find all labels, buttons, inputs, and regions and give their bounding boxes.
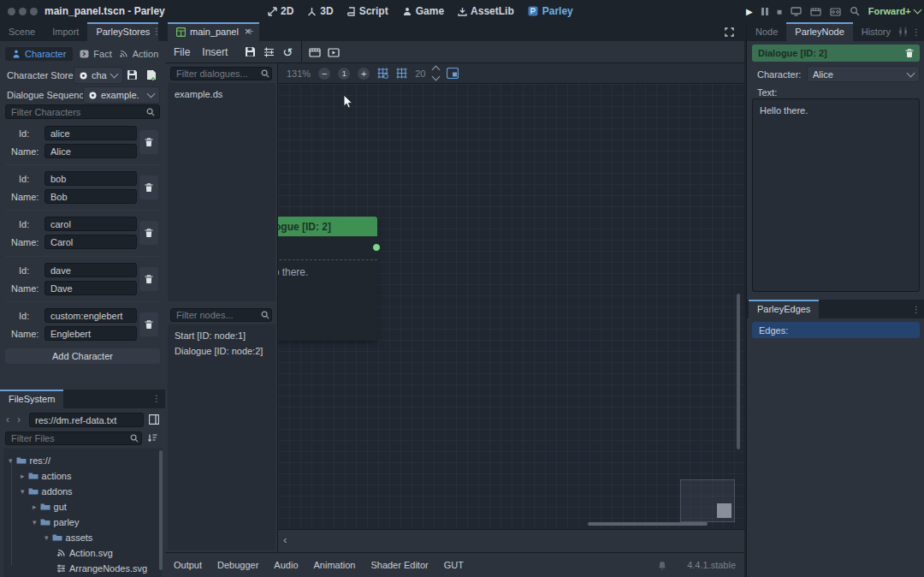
character-name-input[interactable] — [44, 144, 137, 158]
menu-assetlib[interactable]: AssetLib — [458, 5, 514, 17]
zoom-in-button[interactable]: + — [358, 68, 370, 80]
filter-nodes-input[interactable] — [170, 308, 272, 322]
tree-collapsed-icon[interactable]: ▸ — [21, 472, 25, 480]
character-id-input[interactable] — [44, 217, 137, 231]
list-item-dialogue[interactable]: example.ds — [168, 83, 275, 99]
dock-menu-icon[interactable]: ⋮ — [912, 305, 921, 314]
tree-expanded-icon[interactable]: ▾ — [21, 487, 25, 496]
test-dialogue-icon[interactable] — [309, 47, 321, 57]
delete-character-button[interactable] — [139, 175, 158, 199]
delete-node-trash-icon[interactable] — [905, 49, 914, 58]
filter-dialogues-input[interactable] — [170, 67, 272, 80]
tree-item-res[interactable]: ▾ res:// — [9, 453, 50, 467]
menu-script[interactable]: Script — [347, 5, 388, 17]
bottom-tab-gut[interactable]: GUT — [444, 560, 464, 570]
store-tab-character[interactable]: Character — [5, 47, 73, 61]
history-back-button[interactable]: ‹ — [6, 413, 9, 425]
menu-parley[interactable]: Parley — [528, 5, 573, 17]
snap-distance-value[interactable]: 20 — [415, 68, 425, 79]
inspector-back-icon[interactable]: ‹ — [899, 27, 902, 37]
current-path-field[interactable] — [29, 413, 144, 427]
movie-writer-icon[interactable] — [830, 7, 841, 16]
graph-hscrollbar[interactable] — [588, 522, 708, 526]
graph-vscrollbar[interactable] — [737, 294, 740, 449]
split-mode-icon[interactable] — [149, 414, 159, 425]
tree-item-actions[interactable]: ▸ actions — [21, 468, 71, 483]
pause-button[interactable] — [761, 8, 768, 15]
grid-toggle-icon[interactable] — [377, 68, 388, 79]
dock-menu-icon[interactable]: ⋮ — [152, 394, 161, 403]
renderer-select[interactable]: Forward+ — [868, 6, 921, 16]
save-store-icon[interactable] — [127, 69, 138, 80]
character-id-input[interactable] — [44, 263, 137, 277]
bottom-tab-shader-editor[interactable]: Shader Editor — [370, 560, 428, 570]
store-tab-fact[interactable]: Fact — [80, 49, 111, 59]
character-id-input[interactable] — [44, 308, 137, 323]
snap-spinner[interactable] — [433, 67, 439, 80]
menu-game[interactable]: Game — [402, 5, 444, 17]
tree-expanded-icon[interactable]: ▾ — [44, 533, 49, 542]
instance-options-icon[interactable] — [850, 6, 860, 16]
dock-menu-icon[interactable]: ⋮ — [152, 27, 161, 36]
tree-item-parley[interactable]: ▾ parley — [33, 515, 80, 529]
tab-filesystem[interactable]: FileSystem — [0, 390, 63, 408]
menu-2d[interactable]: 2D — [268, 5, 293, 17]
filesystem-scrollbar[interactable] — [159, 450, 163, 570]
dock-menu-icon[interactable]: ⋮ — [912, 27, 921, 37]
delete-character-button[interactable] — [139, 267, 158, 291]
list-item-node[interactable]: Dialogue [ID: node:2] — [168, 341, 275, 356]
tab-import[interactable]: Import — [44, 22, 87, 41]
delete-character-button[interactable] — [139, 312, 158, 336]
window-close-icon[interactable] — [8, 8, 15, 15]
add-tab-button[interactable]: + — [247, 25, 254, 38]
node-titlebar[interactable]: Dialogue [ID: 2] — [278, 217, 377, 236]
zoom-reset-button[interactable]: 1 — [338, 68, 350, 80]
bottom-tab-output[interactable]: Output — [174, 560, 202, 570]
insert-menu[interactable]: Insert — [202, 46, 228, 58]
arrange-nodes-icon[interactable] — [264, 47, 275, 57]
filter-characters-input[interactable] — [5, 104, 160, 119]
reset-view-icon[interactable]: ↺ — [282, 45, 293, 59]
movie-maker-icon[interactable] — [810, 7, 821, 16]
sort-files-icon[interactable] — [148, 433, 157, 443]
notification-bell-icon[interactable] — [658, 561, 666, 570]
test-dialogue-from-node-icon[interactable] — [328, 47, 340, 57]
snap-toggle-icon[interactable] — [396, 68, 407, 79]
graph-canvas[interactable]: Dialogue [ID: 2] Alice Hello there. — [278, 84, 744, 529]
character-id-input[interactable] — [44, 171, 137, 186]
delete-character-button[interactable] — [139, 130, 158, 154]
window-minimize-icon[interactable] — [19, 8, 27, 15]
window-controls[interactable] — [8, 8, 38, 15]
tab-main-panel[interactable]: main_panel × — [168, 22, 259, 41]
graph-minimap[interactable] — [680, 479, 735, 522]
tree-expanded-icon[interactable]: ▾ — [33, 518, 37, 526]
character-name-input[interactable] — [44, 235, 137, 249]
stop-button[interactable]: ■ — [777, 7, 782, 16]
tree-item-arrangenodes-svg[interactable]: ArrangeNodes.svg — [56, 561, 147, 575]
character-name-input[interactable] — [44, 189, 137, 204]
menu-3d[interactable]: 3D — [307, 5, 333, 17]
expand-editor-icon[interactable] — [725, 27, 734, 37]
inspector-forward-icon[interactable]: › — [904, 27, 907, 37]
store-tab-action[interactable]: Action — [119, 49, 159, 59]
node-output-port[interactable] — [372, 243, 381, 252]
remote-debug-icon[interactable] — [791, 7, 802, 16]
bottom-tab-audio[interactable]: Audio — [274, 560, 298, 570]
zoom-out-button[interactable]: − — [318, 68, 330, 80]
tab-parleynode[interactable]: ParleyNode — [786, 22, 852, 41]
tree-item-assets[interactable]: ▾ assets — [44, 530, 92, 544]
dialogue-graph-node[interactable]: Dialogue [ID: 2] Alice Hello there. — [278, 217, 377, 341]
character-name-input[interactable] — [44, 326, 137, 341]
play-button[interactable]: ▶ — [746, 7, 753, 16]
delete-character-button[interactable] — [139, 221, 158, 245]
character-select[interactable]: Alice — [807, 66, 920, 82]
tab-scene[interactable]: Scene — [0, 22, 44, 41]
file-menu[interactable]: File — [174, 46, 190, 58]
dialogue-text-area[interactable]: Hello there. — [752, 98, 920, 292]
save-dialogue-icon[interactable] — [245, 46, 256, 57]
tree-item-gut[interactable]: ▸ gut — [33, 499, 67, 514]
history-forward-button[interactable]: › — [17, 413, 21, 425]
collapse-sidebar-button[interactable]: ‹ — [283, 533, 287, 546]
tab-history[interactable]: History — [853, 22, 899, 41]
minimap-view-rect[interactable] — [717, 503, 732, 518]
